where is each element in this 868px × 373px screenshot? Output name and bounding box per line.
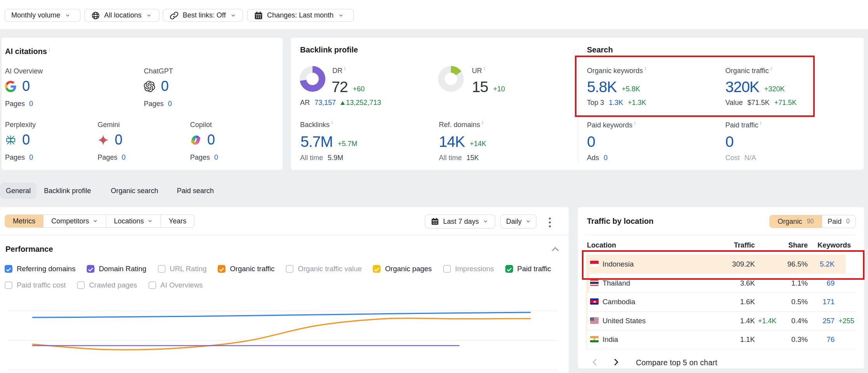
location-row-india[interactable]: India 1.1K 0.3% 76 (578, 330, 864, 349)
segment-locations[interactable]: Locations (106, 215, 161, 227)
tab-organic-search[interactable]: Organic search (105, 183, 164, 199)
keywords-link[interactable]: 69 (826, 279, 835, 288)
ref-domains-value-link[interactable]: 14K (439, 134, 465, 149)
pages-count-link[interactable]: 0 (168, 100, 172, 108)
checkbox-checked[interactable] (505, 265, 513, 273)
top3-label: Top 3 (587, 99, 604, 107)
backlinks-alltime-row: All time 5.9M (300, 154, 343, 162)
engine-count-link[interactable]: 0 (207, 133, 215, 147)
metric-toggle-url-rating[interactable]: URL Rating (158, 265, 207, 273)
engine-chatgpt: ChatGPT 0 Pages0 (144, 67, 234, 75)
metric-toggle-organic-traffic[interactable]: Organic traffic (218, 265, 274, 273)
next-page-chevron[interactable] (613, 359, 619, 366)
ads-value-link[interactable]: 0 (604, 154, 608, 162)
date-range-dropdown[interactable]: Last 7 days (425, 214, 495, 228)
traffic-by-location-title: Traffic by location (587, 217, 653, 226)
keywords-link[interactable]: 171 (823, 298, 835, 306)
metric-toggle-impressions[interactable]: Impressions (443, 265, 494, 273)
metric-toggle-organic-pages[interactable]: Organic pages (373, 265, 431, 273)
paid-keywords-label: Paid keywordsi (587, 121, 636, 129)
paid-keywords-value-link[interactable]: 0 (587, 134, 595, 149)
traffic-value: 1.1K (740, 335, 755, 344)
column-header-share[interactable]: Share (761, 241, 808, 249)
location-row-united-states[interactable]: United States 1.4K +1.4K 0.4% 257 +255 (578, 311, 864, 330)
column-header-location[interactable]: Location (587, 241, 616, 249)
location-name: India (603, 335, 618, 344)
prev-page-chevron[interactable] (592, 359, 598, 366)
checkbox-unchecked[interactable] (5, 281, 12, 289)
engine-count-link[interactable]: 0 (115, 133, 122, 147)
metric-toggles-row-1: Referring domains Domain Rating URL Rati… (5, 265, 551, 273)
checkbox-checked[interactable] (87, 265, 94, 273)
pages-count-link[interactable]: 0 (122, 153, 126, 162)
chart-options-kebab-menu[interactable] (548, 218, 551, 229)
metric-toggle-crawled-pages[interactable]: Crawled pages (77, 281, 137, 289)
paid-traffic-value-link[interactable]: 0 (725, 134, 734, 149)
engine-name: Gemini (98, 121, 188, 129)
compare-top5-button[interactable]: Compare top 5 on chart (636, 358, 717, 367)
value-delta: +71.5K (774, 99, 797, 107)
checkbox-unchecked[interactable] (158, 265, 166, 273)
segment-years[interactable]: Years (161, 215, 194, 227)
row-divider (586, 330, 855, 330)
keywords-link[interactable]: 76 (826, 335, 835, 344)
monthly-volume-dropdown[interactable]: Monthly volume (5, 9, 80, 22)
location-row-cambodia[interactable]: Cambodia 1.6K 0.5% 171 (578, 292, 864, 311)
metric-toggle-ai-overviews[interactable]: AI Overviews (148, 281, 203, 289)
metric-toggle-paid-traffic[interactable]: Paid traffic (505, 265, 551, 273)
metric-toggle-referring-domains[interactable]: Referring domains (5, 265, 75, 273)
pages-label: Pages (144, 100, 164, 108)
checkbox-unchecked[interactable] (286, 265, 293, 273)
tab-paid-search[interactable]: Paid search (171, 183, 220, 199)
tab-backlink-profile[interactable]: Backlink profile (38, 183, 97, 199)
keywords-link[interactable]: 257 (823, 317, 835, 325)
metric-label: Paid traffic cost (17, 281, 66, 289)
changes-dropdown[interactable]: Changes: Last month (247, 9, 354, 22)
toggle-paid[interactable]: Paid 0 (822, 215, 855, 228)
all-locations-dropdown[interactable]: All locations (84, 9, 159, 22)
ur-delta: +10 (493, 85, 505, 94)
engine-name: Perplexity (5, 121, 95, 129)
checkbox-unchecked[interactable] (77, 281, 85, 289)
cost-row: Cost N/A (725, 154, 756, 162)
alltime-label: All time (300, 154, 323, 162)
share-bar (586, 292, 587, 311)
toggle-organic-count: 90 (807, 218, 814, 225)
organic-traffic-value-link[interactable]: 320K (725, 79, 759, 94)
checkbox-unchecked[interactable] (148, 281, 156, 289)
granularity-dropdown[interactable]: Daily (500, 214, 536, 228)
checkbox-checked[interactable] (218, 265, 225, 273)
dr-donut-gauge (300, 66, 325, 92)
changes-label: Changes: Last month (267, 11, 334, 19)
segment-competitors[interactable]: Competitors (44, 215, 106, 227)
metric-toggle-organic-traffic-value[interactable]: Organic traffic value (286, 265, 362, 273)
column-header-keywords[interactable]: Keywords (817, 241, 851, 249)
pages-count-link[interactable]: 0 (29, 153, 33, 162)
backlinks-value-link[interactable]: 5.7M (300, 134, 333, 149)
tab-general[interactable]: General (0, 183, 37, 199)
pages-count-link[interactable]: 0 (29, 100, 33, 108)
best-links-dropdown[interactable]: Best links: Off (163, 9, 243, 22)
segment-metrics[interactable]: Metrics (5, 215, 44, 227)
column-header-traffic[interactable]: Traffic (703, 241, 755, 249)
keywords-link[interactable]: 5.2K (820, 260, 835, 268)
pages-label: Pages (190, 153, 210, 162)
organic-paid-toggle: Organic 90 Paid 0 (769, 215, 856, 228)
metric-toggle-paid-traffic-cost[interactable]: Paid traffic cost (5, 281, 66, 289)
checkbox-checked[interactable] (5, 265, 12, 273)
pages-count-link[interactable]: 0 (214, 153, 218, 162)
engine-count-link[interactable]: 0 (161, 79, 169, 93)
checkbox-checked[interactable] (373, 265, 381, 273)
location-row-thailand[interactable]: Thailand 3.6K 1.1% 69 (578, 274, 864, 293)
ar-value-link[interactable]: 73,157 (314, 99, 336, 107)
engine-count-link[interactable]: 0 (22, 133, 30, 147)
info-icon: i (332, 120, 333, 125)
organic-keywords-value-link[interactable]: 5.8K (587, 79, 617, 94)
collapse-chevron-up-icon[interactable] (552, 246, 559, 252)
top3-value-link[interactable]: 1.3K (609, 99, 623, 107)
location-row-indonesia[interactable]: Indonesia 309.2K 96.5% 5.2K (578, 254, 864, 274)
toggle-organic[interactable]: Organic 90 (770, 215, 822, 228)
checkbox-unchecked[interactable] (443, 265, 451, 273)
engine-count-link[interactable]: 0 (22, 79, 30, 93)
metric-toggle-domain-rating[interactable]: Domain Rating (87, 265, 146, 273)
